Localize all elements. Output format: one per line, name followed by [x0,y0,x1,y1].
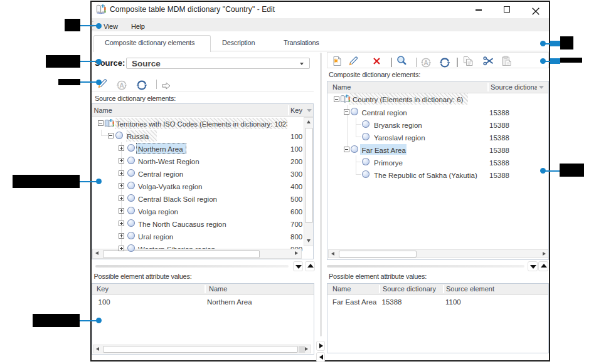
svg-text:A: A [423,58,428,66]
svg-text:A: A [119,81,124,89]
